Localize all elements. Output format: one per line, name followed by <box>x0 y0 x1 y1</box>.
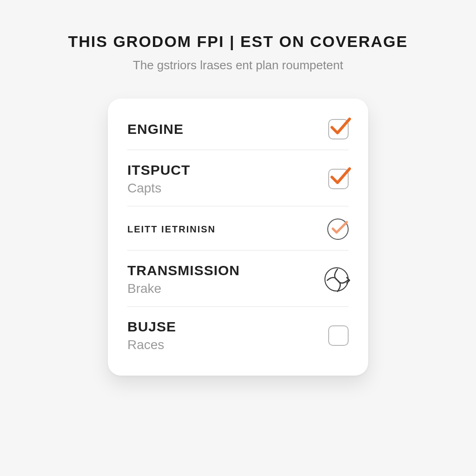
checkbox-empty-icon[interactable] <box>328 325 349 346</box>
item-sublabel: Races <box>127 337 176 352</box>
item-text: TRANSMISSION Brake <box>127 263 240 296</box>
page-subtitle: The gstriors lrases ent plan roumpetent <box>68 58 408 73</box>
item-label: ITSPUCT <box>127 162 190 178</box>
item-sublabel: Capts <box>127 181 190 196</box>
item-text: LEITT IETRINISN <box>127 224 216 235</box>
item-label: ENGINE <box>127 121 184 137</box>
item-label: TRANSMISSION <box>127 263 240 278</box>
coverage-item-transmission[interactable]: TRANSMISSION Brake <box>127 251 349 307</box>
item-sublabel: Brake <box>127 281 240 296</box>
item-label: BUJSE <box>127 319 176 335</box>
item-text: BUJSE Races <box>127 319 176 352</box>
item-text: ITSPUCT Capts <box>127 162 190 196</box>
radio-checked-icon[interactable] <box>327 218 349 240</box>
item-label: LEITT IETRINISN <box>127 224 216 235</box>
coverage-item-itspuct[interactable]: ITSPUCT Capts <box>127 150 349 206</box>
globe-icon <box>324 267 349 291</box>
coverage-item-bujse[interactable]: BUJSE Races <box>127 307 349 363</box>
header: THIS GRODOM FPI | EST ON COVERAGE The gs… <box>68 33 408 73</box>
coverage-item-leitt[interactable]: LEITT IETRINISN <box>127 206 349 251</box>
coverage-item-engine[interactable]: ENGINE <box>127 107 349 150</box>
checkbox-checked-icon[interactable] <box>328 119 349 139</box>
checkbox-checked-icon[interactable] <box>328 169 349 189</box>
item-text: ENGINE <box>127 121 184 137</box>
page-title: THIS GRODOM FPI | EST ON COVERAGE <box>68 33 408 51</box>
coverage-card: ENGINE ITSPUCT Capts LEITT IETRINISN <box>108 99 368 376</box>
